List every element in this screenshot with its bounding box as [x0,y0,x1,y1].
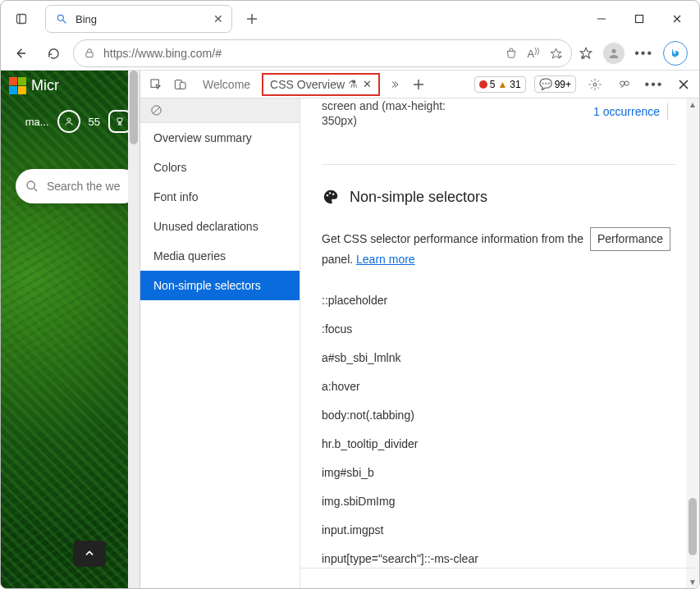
scroll-top-button[interactable] [73,541,106,567]
selector-item[interactable]: input[type="search"]::-ms-clear [322,545,676,573]
devtools-more-button[interactable]: ••• [643,74,665,95]
svg-rect-0 [17,15,26,24]
svg-point-26 [620,81,625,85]
lock-icon [84,48,95,59]
page-viewport: Micr ma... 55 [1,71,140,588]
background-image [1,71,140,588]
info-pill[interactable]: 💬99+ [534,75,576,93]
url-text: https://www.bing.com/# [103,47,505,60]
tab-welcome[interactable]: Welcome [194,73,258,96]
svg-rect-7 [636,16,643,23]
svg-point-18 [27,181,34,189]
sidenav-media[interactable]: Media queries [140,241,300,271]
svg-point-2 [57,15,63,21]
sidenav-font[interactable]: Font info [140,182,300,212]
tab-close-icon[interactable]: ✕ [363,78,372,90]
selector-item[interactable]: a#sb_sbi_lmlnk [322,344,676,372]
add-tab-button[interactable] [408,74,429,95]
sidenav-nonsimple[interactable]: Non-simple selectors [140,271,300,300]
tab-css-overview[interactable]: CSS Overview ⚗ ✕ [262,73,380,96]
page-scrollbar[interactable] [128,71,140,588]
svg-point-25 [593,83,597,86]
read-aloud-icon[interactable]: A)) [528,47,540,60]
svg-rect-22 [180,82,185,89]
more-button[interactable]: ••• [634,46,653,61]
page-search-box[interactable] [16,169,140,203]
bing-chat-button[interactable] [663,41,688,66]
tab-close-button[interactable]: ✕ [213,12,223,25]
warning-triangle-icon: ▲ [497,79,507,90]
selector-item[interactable]: ::placeholder [322,286,676,315]
search-input[interactable] [47,180,130,193]
main-scrollbar[interactable]: ▲ ▼ [686,98,699,588]
device-toolbar-button[interactable] [170,74,191,95]
signin-button[interactable] [57,110,80,133]
tab-actions-button[interactable] [9,6,35,32]
css-overview-main: screen and (max-height: 350px) 1 occurre… [300,98,699,588]
tab-title: Bing [75,13,213,25]
address-bar[interactable]: https://www.bing.com/# A)) [73,39,572,67]
selector-item[interactable]: body:not(.tabbing) [322,401,676,430]
back-button[interactable] [7,40,34,66]
refresh-button[interactable] [40,40,66,66]
palette-icon [322,188,340,206]
description-text: Get CSS selector performance information… [322,232,670,266]
svg-line-19 [34,189,37,191]
selector-list: ::placeholder:focusa#sb_sbi_lmlnka:hover… [322,286,676,573]
clear-overview-button[interactable] [140,98,300,123]
svg-point-34 [332,194,334,195]
flask-icon: ⚗ [348,78,358,90]
learn-more-link[interactable]: Learn more [356,253,415,266]
favorites-button[interactable] [579,46,593,61]
weather-text[interactable]: ma... [25,116,49,128]
svg-line-31 [153,107,160,114]
svg-rect-11 [86,53,93,57]
brand-text: Micr [31,77,59,94]
sidenav-colors[interactable]: Colors [140,153,300,182]
svg-rect-20 [151,80,158,87]
devtools-panel: Welcome CSS Overview ⚗ ✕ 5 ▲31 💬99+ ••• [140,71,699,588]
issues-pill[interactable]: 5 ▲31 [474,76,526,93]
svg-point-32 [327,194,328,196]
bing-favicon-icon [56,13,67,25]
browser-tab[interactable]: Bing ✕ [45,5,232,33]
svg-point-17 [67,118,71,121]
window-maximize-button[interactable] [620,4,658,34]
sidenav-unused[interactable]: Unused declarations [140,212,300,241]
profile-button[interactable] [603,43,625,64]
selector-item[interactable]: img.sbiDmImg [322,487,676,516]
error-dot-icon [479,80,487,89]
devtools-close-button[interactable] [673,74,694,95]
feedback-button[interactable] [614,74,635,95]
selector-item[interactable]: img#sbi_b [322,459,676,487]
points-text[interactable]: 55 [89,116,100,128]
section-title: Non-simple selectors [322,188,676,206]
new-tab-button[interactable] [239,6,265,32]
search-icon [25,178,39,194]
svg-line-3 [63,21,66,24]
microsoft-logo-icon [9,77,26,94]
selector-item[interactable]: input.imgpst [322,516,676,545]
svg-point-16 [612,49,616,53]
more-tabs-button[interactable] [383,74,405,95]
svg-point-27 [625,81,629,85]
css-overview-sidenav: Overview summary Colors Font info Unused… [140,98,300,588]
selector-item[interactable]: hr.b_tooltip_divider [322,430,676,459]
selector-item[interactable]: a:hover [322,372,676,401]
settings-button[interactable] [584,74,606,95]
shopping-icon[interactable] [505,47,518,60]
info-bubble-icon: 💬 [539,78,552,90]
occurrence-link[interactable]: 1 occurrence [593,105,660,118]
performance-button[interactable]: Performance [590,227,670,251]
window-close-button[interactable] [658,4,696,34]
window-minimize-button[interactable] [583,4,620,34]
selector-item[interactable]: :focus [322,315,676,344]
sidenav-overview[interactable]: Overview summary [140,123,300,153]
favorite-icon[interactable] [549,47,563,61]
svg-point-33 [329,193,331,194]
inspect-element-button[interactable] [145,74,167,95]
